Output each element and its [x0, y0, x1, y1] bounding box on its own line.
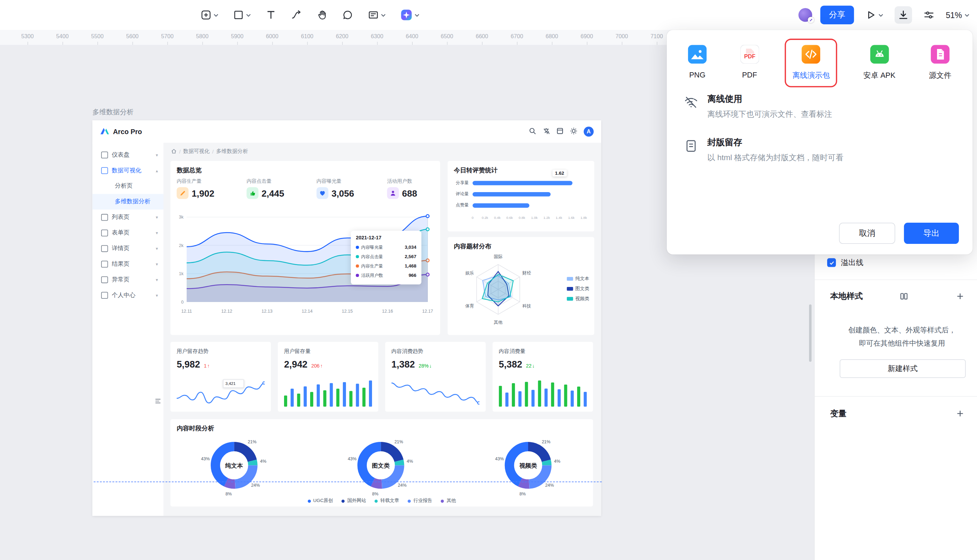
mini-line-chart-0: [177, 378, 264, 407]
ruler-tick: 6200: [336, 33, 348, 39]
menu-item-label: 多维数据分析: [115, 198, 150, 206]
time-analysis-card: 内容时段分析 21%4%24%8%43%纯文本 21%4%24%8%43%图文类…: [171, 419, 593, 507]
navbar-icons: A: [529, 126, 594, 137]
share-button[interactable]: 分享: [820, 5, 854, 24]
comment-tool[interactable]: [339, 6, 356, 23]
dash-sidebar-item[interactable]: 数据可视化▴: [92, 163, 164, 178]
dash-sidebar-item[interactable]: 列表页▾: [92, 210, 164, 225]
export-download-button[interactable]: [895, 6, 912, 23]
search-icon[interactable]: [529, 126, 537, 137]
chevron-icon: ▾: [156, 262, 158, 267]
series-dot: [356, 255, 358, 258]
svg-text:科技: 科技: [522, 303, 531, 308]
theme-icon[interactable]: [570, 126, 577, 137]
today-stats-card: 今日转评赞统计 分享量评论量点赞量 00.2k0.4k0.6k0.8k1.0k1…: [447, 161, 594, 232]
format-option-offline-package[interactable]: 离线演示包: [786, 40, 836, 86]
legend-item: 图文类: [566, 285, 589, 292]
ruler-tick: 7100: [651, 33, 663, 39]
chart-tooltip: 2021-12-17 内容曝光量3,034内容点击量2,567内容生产量1,46…: [351, 231, 422, 284]
variables-header: 变量: [815, 407, 977, 421]
dashboard-frame[interactable]: Arco Pro A 仪表盘▾数据可视化▴分析页多维数据分析列表页▾表单页▾详情…: [92, 120, 601, 516]
zoom-control[interactable]: 51%: [946, 10, 969, 20]
dash-sidebar-item[interactable]: 表单页▾: [92, 225, 164, 241]
overflow-checkbox[interactable]: [827, 258, 836, 267]
ruler-tickline: [202, 42, 203, 45]
guide-line[interactable]: [94, 482, 602, 482]
format-option-png[interactable]: PNG: [682, 40, 713, 86]
dash-sidebar-item[interactable]: 个人中心▾: [92, 288, 164, 303]
chevron-icon: ▾: [156, 215, 158, 220]
dash-sidebar-item[interactable]: 仪表盘▾: [92, 147, 164, 163]
metric-active-users: 活动用户数 688: [387, 178, 417, 199]
scrollbar[interactable]: [809, 304, 811, 362]
metric-value: 1,902: [192, 188, 214, 198]
export-formats: PNG PDF PDF 离线演示包 安卓 APK: [682, 40, 958, 86]
arrow-up-icon: ↑: [320, 363, 323, 368]
present-button[interactable]: [862, 6, 887, 23]
format-option-pdf[interactable]: PDF PDF: [734, 40, 765, 86]
ruler-tickline: [97, 42, 98, 45]
tooltip-row: 内容点击量2,567: [356, 252, 416, 261]
ruler-tick: 5300: [21, 33, 34, 39]
add-variable-icon[interactable]: [956, 409, 964, 418]
brand-name: Arco Pro: [113, 128, 142, 135]
cancel-button[interactable]: 取消: [839, 223, 895, 244]
home-icon[interactable]: [171, 148, 177, 155]
menu-item-icon: [101, 276, 108, 283]
breadcrumb: / 数据可视化 / 多维数据分析: [171, 148, 248, 156]
dash-sidebar-item[interactable]: 多维数据分析: [92, 194, 164, 210]
format-option-source-file[interactable]: 源文件: [923, 40, 958, 86]
settings-icon[interactable]: [920, 6, 938, 23]
frame-tool[interactable]: [230, 6, 254, 23]
language-icon[interactable]: [542, 126, 550, 137]
series-dot: [356, 246, 358, 249]
toolbar-right: 分享 51%: [798, 0, 969, 30]
breadcrumb-item[interactable]: 数据可视化: [183, 148, 210, 156]
metric-production: 内容生产量 1,902: [177, 178, 214, 199]
dash-sidebar-item[interactable]: 分析页: [92, 178, 164, 194]
format-option-android-apk[interactable]: 安卓 APK: [857, 40, 902, 86]
tooltip-row: 内容曝光量3,034: [356, 242, 416, 252]
menu-item-icon: [101, 214, 108, 221]
ruler-tickline: [412, 42, 413, 45]
text-tool[interactable]: [262, 6, 279, 23]
connector-tool[interactable]: [288, 6, 305, 23]
export-button[interactable]: 导出: [904, 223, 959, 244]
chevron-down-icon: [246, 13, 251, 17]
format-label: PDF: [742, 70, 757, 79]
ruler-tickline: [307, 42, 308, 45]
legend-label: 国外网站: [347, 498, 366, 504]
svg-text:娱乐: 娱乐: [465, 271, 474, 275]
dash-sidebar-item[interactable]: 结果页▾: [92, 257, 164, 272]
svg-text:其他: 其他: [494, 320, 503, 325]
new-style-button[interactable]: 新建样式: [840, 359, 966, 378]
svg-text:12.17: 12.17: [422, 309, 433, 314]
mini-card-consumption-volume: 内容消费量 5,382 22↓: [493, 342, 593, 412]
legend-dot: [441, 499, 444, 502]
mini-bar-chart-3: [499, 378, 587, 407]
dash-sidebar-item[interactable]: 异常页▾: [92, 272, 164, 288]
axis-tick: 1.0k: [531, 216, 537, 220]
menu-item-icon: [101, 230, 108, 237]
slides-tool[interactable]: [365, 6, 389, 23]
ruler-tickline: [167, 42, 168, 45]
add-style-icon[interactable]: [956, 292, 964, 300]
canvas-marker-icon[interactable]: [154, 396, 162, 407]
svg-text:43%: 43%: [348, 457, 356, 461]
insert-tool[interactable]: [197, 6, 221, 23]
dashboard-avatar[interactable]: A: [584, 127, 594, 137]
chevron-icon: ▾: [156, 153, 158, 157]
frame-title[interactable]: 多维数据分析: [92, 107, 134, 117]
mini-card-consumption-trend: 内容消费趋势 1,382 28%↓: [385, 342, 486, 412]
panel-divider: [815, 396, 977, 397]
overflow-label: 溢出线: [841, 257, 864, 268]
series-name: 内容曝光量: [361, 244, 402, 250]
legend-swatch: [566, 287, 573, 291]
ai-tool[interactable]: [397, 5, 423, 24]
style-columns-icon[interactable]: [899, 292, 908, 300]
dash-sidebar-item[interactable]: 详情页▾: [92, 241, 164, 257]
apps-icon[interactable]: [556, 126, 564, 137]
user-avatar[interactable]: [798, 8, 812, 22]
edit-badge-icon: [808, 17, 814, 23]
hand-tool[interactable]: [313, 6, 331, 23]
